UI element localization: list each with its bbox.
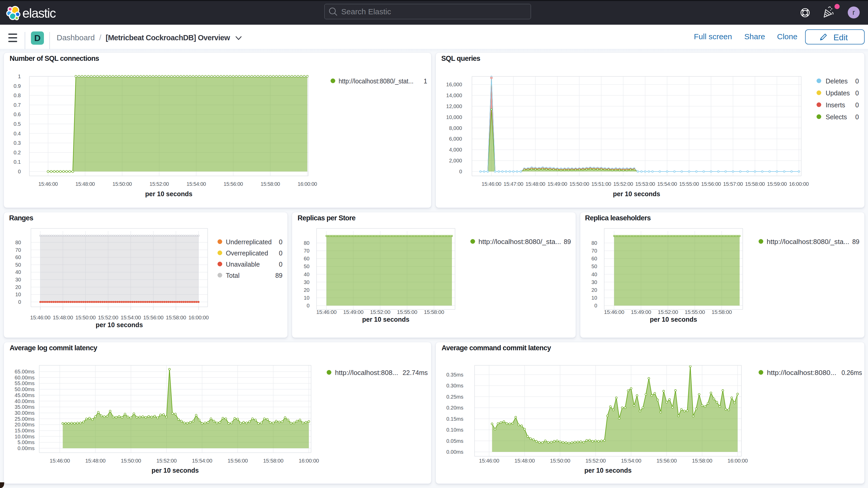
svg-text:15.00ms: 15.00ms [14, 428, 35, 433]
svg-text:15:46:00: 15:46:00 [479, 458, 499, 464]
svg-text:50.00ms: 50.00ms [14, 387, 35, 392]
svg-text:http://localhost:8080/_stat...: http://localhost:8080/_stat... [339, 78, 413, 85]
svg-text:15:56:00: 15:56:00 [228, 458, 248, 464]
svg-text:10: 10 [591, 295, 597, 301]
svg-text:0: 0 [279, 238, 282, 246]
svg-text:30: 30 [304, 279, 310, 285]
svg-text:15:48:00: 15:48:00 [515, 458, 535, 464]
svg-text:60: 60 [591, 256, 597, 262]
svg-text:15:52:00: 15:52:00 [613, 181, 633, 187]
svg-text:0: 0 [855, 78, 859, 85]
svg-text:89: 89 [852, 238, 860, 245]
svg-text:16:00:00: 16:00:00 [298, 181, 317, 187]
svg-text:0: 0 [855, 89, 859, 97]
svg-text:0: 0 [855, 101, 859, 109]
svg-text:70: 70 [304, 248, 310, 254]
svg-text:10: 10 [16, 292, 21, 297]
svg-text:0.30ms: 0.30ms [446, 383, 463, 389]
svg-text:30: 30 [16, 277, 21, 282]
svg-text:15:52:00: 15:52:00 [586, 458, 606, 464]
svg-text:15:46:00: 15:46:00 [482, 181, 501, 187]
svg-text:0: 0 [18, 169, 21, 174]
svg-text:15:49:00: 15:49:00 [343, 309, 364, 315]
svg-text:10,000: 10,000 [446, 114, 462, 120]
svg-text:0.15ms: 0.15ms [446, 416, 463, 422]
svg-text:50: 50 [304, 264, 310, 269]
svg-text:15:54:00: 15:54:00 [657, 181, 677, 187]
svg-text:15:50:00: 15:50:00 [121, 458, 141, 464]
svg-text:1: 1 [424, 78, 427, 85]
svg-text:1: 1 [18, 73, 21, 79]
svg-text:14,000: 14,000 [446, 92, 462, 98]
svg-text:0: 0 [855, 113, 859, 121]
svg-text:0.5: 0.5 [13, 121, 21, 127]
svg-text:35.00ms: 35.00ms [14, 404, 35, 410]
svg-text:20.00ms: 20.00ms [14, 422, 35, 427]
svg-text:15:58:00: 15:58:00 [745, 181, 765, 187]
svg-text:15:46:00: 15:46:00 [316, 309, 337, 315]
svg-text:15:58:00: 15:58:00 [712, 309, 732, 315]
svg-text:15:58:00: 15:58:00 [166, 315, 186, 321]
svg-text:0.1: 0.1 [13, 159, 21, 165]
svg-text:Updates: Updates [826, 89, 850, 97]
svg-text:15:47:00: 15:47:00 [504, 181, 523, 187]
svg-text:45.00ms: 45.00ms [14, 392, 35, 398]
svg-text:15:56:00: 15:56:00 [656, 458, 677, 464]
svg-text:55.00ms: 55.00ms [14, 380, 35, 386]
svg-text:0.4: 0.4 [13, 131, 21, 136]
svg-text:Deletes: Deletes [826, 78, 848, 85]
svg-text:15:55:00: 15:55:00 [685, 309, 705, 315]
svg-text:per 10 seconds: per 10 seconds [584, 467, 631, 474]
svg-text:15:46:00: 15:46:00 [30, 315, 51, 321]
svg-text:0: 0 [279, 261, 282, 268]
svg-text:http://localhost:808...: http://localhost:808... [335, 369, 398, 376]
svg-text:15:48:00: 15:48:00 [85, 458, 105, 464]
svg-text:0: 0 [18, 299, 21, 305]
svg-text:15:46:00: 15:46:00 [38, 181, 58, 187]
svg-text:0.6: 0.6 [13, 112, 21, 117]
svg-text:15:53:00: 15:53:00 [636, 181, 655, 187]
svg-text:5.00ms: 5.00ms [18, 439, 35, 445]
svg-text:per 10 seconds: per 10 seconds [152, 467, 199, 474]
svg-text:70: 70 [591, 248, 597, 254]
svg-text:15:50:00: 15:50:00 [550, 458, 570, 464]
svg-text:0: 0 [307, 303, 310, 308]
svg-text:22.74ms: 22.74ms [403, 369, 428, 376]
svg-text:80: 80 [591, 240, 597, 246]
svg-text:15:56:00: 15:56:00 [143, 315, 163, 321]
svg-text:25.00ms: 25.00ms [14, 416, 35, 422]
svg-text:40: 40 [304, 272, 310, 277]
svg-text:15:48:00: 15:48:00 [525, 181, 545, 187]
svg-text:0.00ms: 0.00ms [18, 446, 35, 451]
svg-text:16:00:00: 16:00:00 [188, 315, 209, 321]
svg-text:89: 89 [564, 238, 571, 245]
svg-text:15:55:00: 15:55:00 [679, 181, 699, 187]
svg-text:20: 20 [304, 287, 310, 293]
svg-text:15:46:00: 15:46:00 [604, 309, 624, 315]
svg-text:0.26ms: 0.26ms [841, 369, 862, 376]
svg-text:60: 60 [304, 256, 310, 262]
svg-text:15:51:00: 15:51:00 [591, 181, 611, 187]
svg-text:15:56:00: 15:56:00 [223, 181, 243, 187]
svg-text:12,000: 12,000 [446, 103, 462, 109]
svg-text:15:58:00: 15:58:00 [692, 458, 712, 464]
svg-text:16:00:00: 16:00:00 [727, 458, 748, 464]
svg-text:0.20ms: 0.20ms [446, 405, 463, 410]
svg-text:40: 40 [16, 269, 21, 275]
svg-text:65.00ms: 65.00ms [14, 369, 35, 374]
svg-text:80: 80 [304, 240, 310, 246]
svg-text:15:46:00: 15:46:00 [50, 458, 70, 464]
svg-text:Total: Total [226, 272, 240, 279]
svg-text:60: 60 [16, 254, 21, 260]
svg-text:40: 40 [591, 272, 597, 277]
svg-text:Unavailable: Unavailable [226, 261, 260, 268]
svg-text:70: 70 [16, 247, 21, 253]
svg-text:15:54:00: 15:54:00 [621, 458, 641, 464]
svg-text:20: 20 [591, 287, 597, 293]
svg-text:60.00ms: 60.00ms [14, 375, 35, 380]
svg-text:30: 30 [591, 279, 597, 285]
svg-text:80: 80 [16, 240, 21, 245]
svg-text:15:57:00: 15:57:00 [723, 181, 743, 187]
svg-text:30.00ms: 30.00ms [14, 410, 35, 416]
svg-text:15:54:00: 15:54:00 [192, 458, 212, 464]
